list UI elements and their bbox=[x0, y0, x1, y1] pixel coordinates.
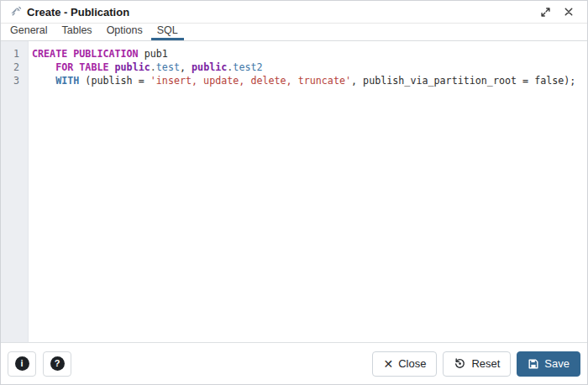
dialog-title: Create - Publication bbox=[27, 6, 129, 18]
publication-satellite-icon bbox=[9, 6, 22, 18]
code-token: . bbox=[150, 61, 156, 73]
tab-sql[interactable]: SQL bbox=[151, 24, 184, 40]
code-token: public bbox=[115, 61, 150, 73]
maximize-button[interactable] bbox=[537, 3, 554, 20]
code-line[interactable]: CREATE PUBLICATION pub1 bbox=[32, 47, 587, 61]
code-token: WITH bbox=[55, 75, 79, 87]
line-number: 1 bbox=[1, 47, 28, 61]
code-token: , bbox=[180, 61, 192, 73]
code-token: test2 bbox=[233, 61, 262, 73]
title-bar: Create - Publication bbox=[1, 1, 587, 24]
reset-button[interactable]: Reset bbox=[443, 351, 511, 377]
reset-icon bbox=[454, 357, 466, 370]
tab-general[interactable]: General bbox=[4, 24, 53, 40]
close-x-icon: ✕ bbox=[383, 358, 393, 370]
code-token bbox=[32, 61, 55, 73]
expand-diagonal-icon bbox=[540, 7, 551, 18]
save-button-label: Save bbox=[544, 357, 570, 370]
code-token bbox=[109, 61, 115, 73]
line-number: 2 bbox=[1, 61, 28, 74]
line-number-gutter: 123 bbox=[1, 41, 29, 342]
tab-tables[interactable]: Tables bbox=[55, 24, 97, 40]
help-button[interactable]: ? bbox=[43, 351, 71, 377]
save-button[interactable]: Save bbox=[517, 351, 580, 377]
info-icon: i bbox=[15, 356, 29, 371]
create-publication-dialog: Create - Publication GeneralTablesOption… bbox=[0, 0, 588, 385]
tab-bar: GeneralTablesOptionsSQL bbox=[1, 24, 587, 41]
tab-options[interactable]: Options bbox=[101, 24, 149, 40]
close-dialog-button[interactable]: ✕ Close bbox=[372, 351, 437, 377]
sql-editor[interactable]: 123 CREATE PUBLICATION pub1 FOR TABLE pu… bbox=[1, 41, 587, 342]
code-token: 'insert, update, delete, truncate' bbox=[150, 75, 351, 87]
save-icon bbox=[528, 358, 539, 370]
code-token bbox=[32, 75, 55, 87]
code-token: (publish = bbox=[79, 75, 150, 87]
sql-code[interactable]: CREATE PUBLICATION pub1 FOR TABLE public… bbox=[29, 41, 587, 342]
code-token: , publish_via_partition_root = false); bbox=[351, 75, 575, 87]
close-button-label: Close bbox=[398, 357, 426, 370]
help-icon: ? bbox=[50, 356, 65, 371]
code-token: CREATE PUBLICATION bbox=[32, 48, 139, 60]
info-button[interactable]: i bbox=[8, 351, 36, 377]
code-token: pub1 bbox=[139, 48, 168, 60]
code-line[interactable]: FOR TABLE public.test, public.test2 bbox=[32, 61, 587, 74]
close-button[interactable] bbox=[560, 3, 577, 20]
footer: i ? ✕ Close Reset Save bbox=[1, 342, 587, 384]
code-token: test bbox=[156, 61, 180, 73]
reset-button-label: Reset bbox=[471, 357, 500, 370]
line-number: 3 bbox=[1, 74, 28, 87]
code-line[interactable]: WITH (publish = 'insert, update, delete,… bbox=[32, 74, 587, 87]
code-token: public bbox=[192, 61, 227, 73]
code-token: FOR TABLE bbox=[55, 61, 108, 73]
close-icon bbox=[564, 7, 574, 17]
